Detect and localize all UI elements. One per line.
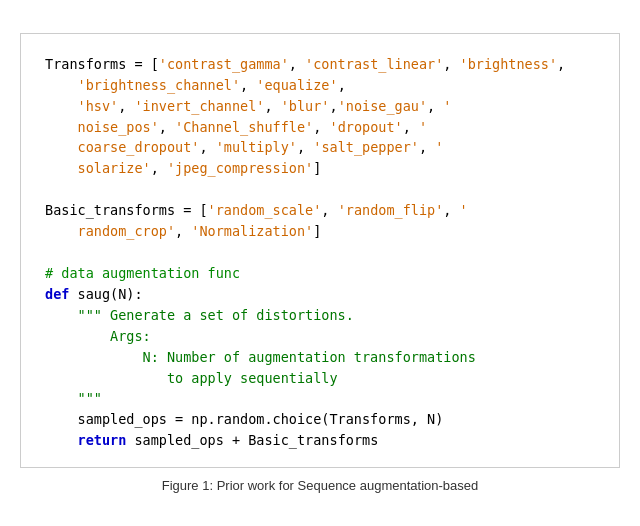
transforms-var: Transforms xyxy=(45,56,126,72)
code-content: Transforms = ['contrast_gamma', 'contras… xyxy=(45,54,595,452)
string-contrast-gamma: 'contrast_gamma' xyxy=(159,56,289,72)
return-keyword: return xyxy=(78,432,127,448)
code-block-container: Transforms = ['contrast_gamma', 'contras… xyxy=(20,33,620,469)
string-brightness: brightness xyxy=(468,56,549,72)
figure-caption: Figure 1: Prior work for Sequence augmen… xyxy=(162,478,479,493)
docstring-open: """ xyxy=(78,307,102,323)
to-word: to xyxy=(167,370,183,386)
def-keyword: def xyxy=(45,286,69,302)
sampled-ops-var: sampled_ops xyxy=(78,411,167,427)
np-call: np.random.choice(Transforms, N) xyxy=(191,411,443,427)
basic-transforms-var: Basic_transforms xyxy=(45,202,175,218)
comment-line: # data augmentation func xyxy=(45,265,240,281)
return-expr: sampled_ops + Basic_transforms xyxy=(134,432,378,448)
function-name: saug xyxy=(78,286,111,302)
